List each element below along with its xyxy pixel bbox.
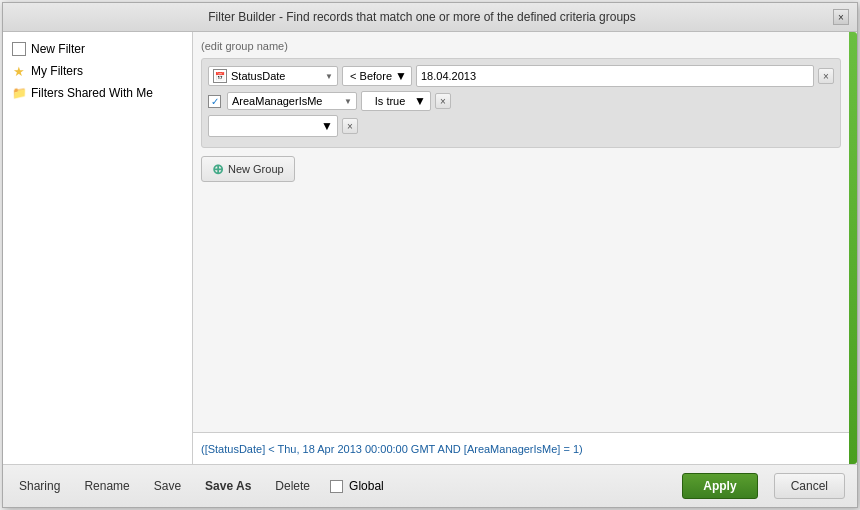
apply-button[interactable]: Apply [682,473,757,499]
close-button[interactable]: × [833,9,849,25]
field-value-statusdate: StatusDate [231,70,323,82]
dialog-title: Filter Builder - Find records that match… [11,10,833,24]
star-icon: ★ [11,63,27,79]
operator-value-before: < Before [347,70,395,82]
remove-row-3-button[interactable]: × [342,118,358,134]
operator-select-istrue[interactable]: Is true ▼ [361,91,431,111]
empty-field-selector[interactable]: ▼ [208,115,338,137]
rename-button[interactable]: Rename [80,477,133,495]
operator-select-before[interactable]: < Before ▼ [342,66,412,86]
remove-row-1-button[interactable]: × [818,68,834,84]
value-input-date[interactable] [416,65,814,87]
dropdown-arrow-icon: ▼ [395,69,407,83]
global-label: Global [349,479,384,493]
new-group-button[interactable]: ⊕ New Group [201,156,295,182]
sharing-button[interactable]: Sharing [15,477,64,495]
criteria-row-2: AreaManagerIsMe ▼ Is true ▼ × [208,91,834,111]
dropdown-arrow-icon: ▼ [321,119,333,133]
formula-bar: ([StatusDate] < Thu, 18 Apr 2013 00:00:0… [193,432,849,464]
dropdown-arrow-icon: ▼ [325,72,333,81]
criteria-row-3: ▼ × [208,115,834,137]
shared-folder-icon: 📁 [11,85,27,101]
dialog-body: New Filter ★ My Filters 📁 Filters Shared… [3,32,857,464]
criteria-group: 📅 StatusDate ▼ < Before ▼ × [201,58,841,148]
green-bar [849,32,857,464]
sidebar-item-label: My Filters [31,64,83,78]
operator-value-istrue: Is true [366,95,414,107]
sidebar-item-label: Filters Shared With Me [31,86,153,100]
checkbox-areamanager[interactable] [208,95,221,108]
footer: Sharing Rename Save Save As Delete Globa… [3,464,857,507]
global-checkbox[interactable] [330,480,343,493]
filter-builder-dialog: Filter Builder - Find records that match… [2,2,858,508]
criteria-scroll-area: (edit group name) 📅 StatusDate ▼ < Befor… [193,32,849,432]
sidebar-item-label: New Filter [31,42,85,56]
remove-row-2-button[interactable]: × [435,93,451,109]
formula-text: ([StatusDate] < Thu, 18 Apr 2013 00:00:0… [201,443,583,455]
sidebar-item-shared-filters[interactable]: 📁 Filters Shared With Me [7,82,188,104]
new-group-label: New Group [228,163,284,175]
save-as-button[interactable]: Save As [201,477,255,495]
field-selector-areamanager[interactable]: AreaManagerIsMe ▼ [227,92,357,110]
plus-icon: ⊕ [212,161,224,177]
criteria-row-1: 📅 StatusDate ▼ < Before ▼ × [208,65,834,87]
field-selector-statusdate[interactable]: 📅 StatusDate ▼ [208,66,338,86]
sidebar: New Filter ★ My Filters 📁 Filters Shared… [3,32,193,464]
sidebar-item-new-filter[interactable]: New Filter [7,38,188,60]
cancel-button[interactable]: Cancel [774,473,845,499]
field-value-areamanager: AreaManagerIsMe [232,95,342,107]
main-content: (edit group name) 📅 StatusDate ▼ < Befor… [193,32,857,464]
dropdown-arrow-icon: ▼ [414,94,426,108]
global-check: Global [330,479,384,493]
new-filter-icon [11,41,27,57]
dropdown-arrow-icon: ▼ [344,97,352,106]
sidebar-item-my-filters[interactable]: ★ My Filters [7,60,188,82]
right-main: (edit group name) 📅 StatusDate ▼ < Befor… [193,32,849,464]
group-name-edit[interactable]: (edit group name) [201,40,841,52]
delete-button[interactable]: Delete [271,477,314,495]
calendar-icon: 📅 [213,69,227,83]
save-button[interactable]: Save [150,477,185,495]
title-bar: Filter Builder - Find records that match… [3,3,857,32]
